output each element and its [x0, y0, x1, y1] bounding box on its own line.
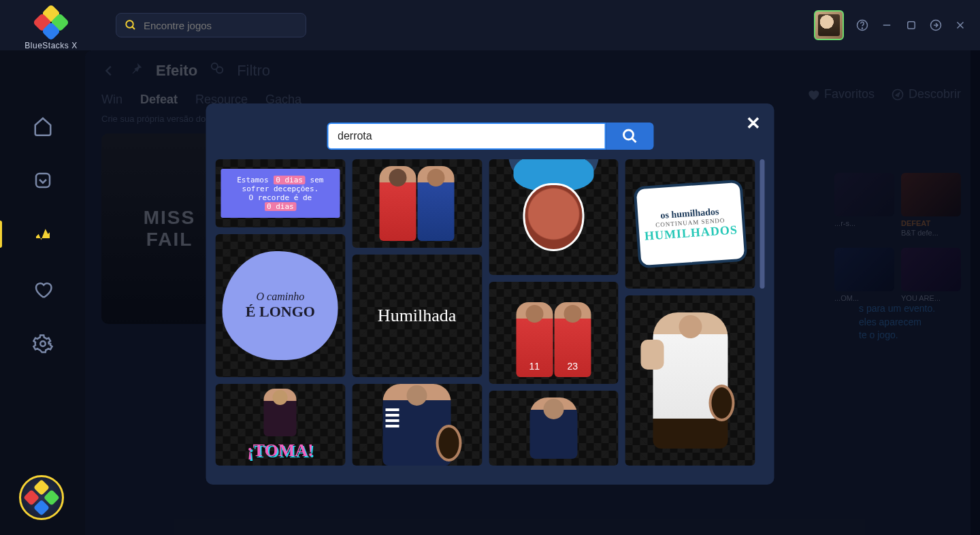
gif-result[interactable]: Humilhada	[352, 255, 482, 377]
nav-home[interactable]	[33, 116, 53, 136]
exit-icon[interactable]	[930, 19, 942, 31]
nav-store[interactable]	[33, 170, 53, 191]
help-icon[interactable]	[856, 19, 868, 31]
svg-rect-5	[908, 22, 915, 29]
modal-close-button[interactable]: ✕	[746, 113, 761, 134]
maximize-icon[interactable]	[905, 19, 917, 31]
gif-result[interactable]: O caminho É LONGO	[216, 234, 346, 377]
svg-point-14	[623, 130, 633, 140]
gif-search-input[interactable]	[327, 123, 606, 150]
bluestacks-logo-icon	[35, 7, 67, 38]
nav-effects[interactable]	[33, 225, 53, 245]
svg-point-10	[40, 341, 46, 346]
gif-picker-modal: ✕ Estamos 0 dias sem sofrer decepções. O…	[206, 103, 774, 485]
gif-result[interactable]	[352, 159, 482, 248]
gif-result[interactable]	[489, 159, 619, 275]
svg-line-1	[132, 27, 135, 29]
svg-line-15	[632, 139, 636, 143]
gif-result[interactable]: Estamos 0 dias sem sofrer decepções. O r…	[216, 159, 346, 227]
brand-logo[interactable]: BlueStacks X	[14, 7, 88, 50]
modal-scrollbar[interactable]	[760, 159, 765, 289]
svg-point-0	[126, 20, 133, 28]
gif-search-button[interactable]	[606, 123, 653, 150]
brand-badge[interactable]	[19, 475, 64, 520]
gif-result[interactable]: ¡TOMA!	[216, 384, 346, 466]
svg-point-3	[862, 28, 862, 29]
gif-result[interactable]	[352, 384, 482, 466]
gif-result[interactable]	[625, 295, 755, 466]
search-icon	[125, 19, 137, 31]
nav-settings[interactable]	[33, 334, 53, 354]
brand-text: BlueStacks X	[24, 41, 77, 50]
nav-favorites[interactable]	[33, 279, 53, 299]
global-search-input[interactable]	[144, 20, 297, 31]
search-icon	[621, 128, 638, 144]
avatar[interactable]	[814, 10, 844, 40]
close-icon[interactable]	[954, 19, 966, 31]
minimize-icon[interactable]	[881, 19, 893, 31]
gif-result[interactable]	[489, 391, 619, 466]
gif-result[interactable]: 11 23	[489, 282, 619, 384]
svg-rect-9	[36, 174, 50, 187]
gif-result[interactable]: os humilhados CONTINUAM SENDO HUMILHADOS	[625, 159, 755, 289]
global-search[interactable]	[116, 13, 306, 37]
